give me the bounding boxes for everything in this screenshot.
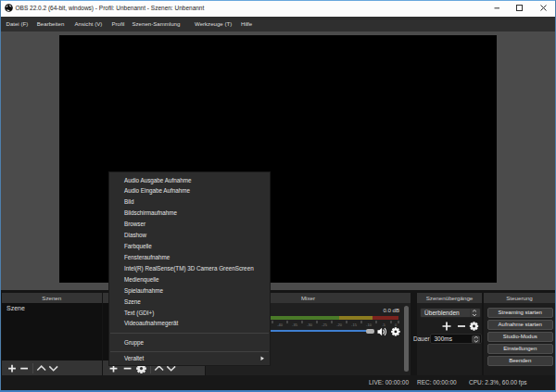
svg-text:-10: -10 [366,322,373,326]
svg-text:-40: -40 [277,322,284,326]
svg-text:-25: -25 [322,322,328,326]
svg-text:0: 0 [395,322,398,326]
svg-text:-5: -5 [382,322,385,326]
svg-text:-15: -15 [351,322,358,326]
svg-text:-30: -30 [307,322,313,326]
svg-text:-35: -35 [292,322,298,326]
svg-text:-20: -20 [336,322,343,326]
